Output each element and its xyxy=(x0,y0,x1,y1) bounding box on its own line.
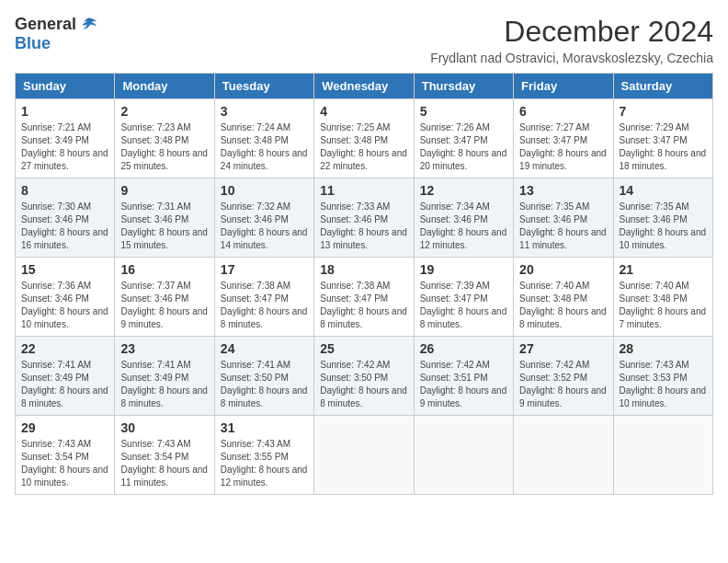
day-number: 9 xyxy=(120,183,208,198)
day-info: Sunrise: 7:38 AMSunset: 3:47 PMDaylight:… xyxy=(221,280,308,331)
calendar-cell: 11Sunrise: 7:33 AMSunset: 3:46 PMDayligh… xyxy=(314,178,414,258)
day-number: 22 xyxy=(21,341,108,356)
day-info: Sunrise: 7:35 AMSunset: 3:46 PMDaylight:… xyxy=(620,201,707,252)
day-number: 10 xyxy=(221,183,308,198)
calendar-week-row: 22Sunrise: 7:41 AMSunset: 3:49 PMDayligh… xyxy=(16,337,713,416)
calendar-cell: 23Sunrise: 7:41 AMSunset: 3:49 PMDayligh… xyxy=(115,337,214,416)
day-header-saturday: Saturday xyxy=(613,74,712,99)
calendar-week-row: 29Sunrise: 7:43 AMSunset: 3:54 PMDayligh… xyxy=(16,416,713,495)
day-info: Sunrise: 7:32 AMSunset: 3:46 PMDaylight:… xyxy=(221,201,308,252)
day-number: 23 xyxy=(120,341,208,356)
day-info: Sunrise: 7:25 AMSunset: 3:48 PMDaylight:… xyxy=(320,121,407,173)
day-info: Sunrise: 7:43 AMSunset: 3:55 PMDaylight:… xyxy=(221,438,308,489)
logo-bird-icon xyxy=(80,16,98,34)
day-number: 3 xyxy=(221,104,308,119)
calendar-cell: 14Sunrise: 7:35 AMSunset: 3:46 PMDayligh… xyxy=(613,178,712,258)
calendar-cell: 27Sunrise: 7:42 AMSunset: 3:52 PMDayligh… xyxy=(514,337,613,416)
day-number: 19 xyxy=(420,262,507,277)
day-number: 28 xyxy=(620,341,707,356)
calendar-cell: 12Sunrise: 7:34 AMSunset: 3:46 PMDayligh… xyxy=(414,178,513,258)
day-header-sunday: Sunday xyxy=(16,74,115,99)
calendar-cell: 26Sunrise: 7:42 AMSunset: 3:51 PMDayligh… xyxy=(414,337,513,416)
calendar-cell: 21Sunrise: 7:40 AMSunset: 3:48 PMDayligh… xyxy=(613,258,712,337)
day-number: 26 xyxy=(420,341,507,356)
day-info: Sunrise: 7:31 AMSunset: 3:46 PMDaylight:… xyxy=(120,201,208,252)
calendar-cell: 3Sunrise: 7:24 AMSunset: 3:48 PMDaylight… xyxy=(214,99,313,178)
day-number: 11 xyxy=(320,183,407,198)
logo: General Blue xyxy=(15,15,98,53)
day-header-tuesday: Tuesday xyxy=(214,74,313,99)
day-info: Sunrise: 7:41 AMSunset: 3:50 PMDaylight:… xyxy=(221,359,308,410)
day-number: 29 xyxy=(21,420,108,435)
day-info: Sunrise: 7:34 AMSunset: 3:46 PMDaylight:… xyxy=(420,201,507,252)
day-number: 7 xyxy=(620,104,707,119)
calendar-cell: 8Sunrise: 7:30 AMSunset: 3:46 PMDaylight… xyxy=(16,178,115,258)
calendar-cell: 20Sunrise: 7:40 AMSunset: 3:48 PMDayligh… xyxy=(514,258,613,337)
day-info: Sunrise: 7:43 AMSunset: 3:54 PMDaylight:… xyxy=(21,438,108,489)
day-number: 27 xyxy=(519,341,607,356)
calendar-cell: 19Sunrise: 7:39 AMSunset: 3:47 PMDayligh… xyxy=(414,258,513,337)
day-number: 12 xyxy=(420,183,507,198)
page-header: General Blue December 2024 Frydlant nad … xyxy=(15,15,713,65)
calendar-cell: 17Sunrise: 7:38 AMSunset: 3:47 PMDayligh… xyxy=(214,258,313,337)
day-number: 24 xyxy=(221,341,308,356)
calendar-cell xyxy=(514,416,613,495)
day-info: Sunrise: 7:27 AMSunset: 3:47 PMDaylight:… xyxy=(519,121,607,173)
calendar-cell: 30Sunrise: 7:43 AMSunset: 3:54 PMDayligh… xyxy=(115,416,214,495)
day-info: Sunrise: 7:37 AMSunset: 3:46 PMDaylight:… xyxy=(120,280,208,331)
day-info: Sunrise: 7:24 AMSunset: 3:48 PMDaylight:… xyxy=(221,121,308,173)
day-number: 21 xyxy=(620,262,707,277)
day-info: Sunrise: 7:41 AMSunset: 3:49 PMDaylight:… xyxy=(21,359,108,410)
day-info: Sunrise: 7:30 AMSunset: 3:46 PMDaylight:… xyxy=(21,201,108,252)
day-info: Sunrise: 7:36 AMSunset: 3:46 PMDaylight:… xyxy=(21,280,108,331)
day-info: Sunrise: 7:39 AMSunset: 3:47 PMDaylight:… xyxy=(420,280,507,331)
calendar-cell: 2Sunrise: 7:23 AMSunset: 3:48 PMDaylight… xyxy=(115,99,214,178)
calendar-cell xyxy=(414,416,513,495)
calendar-cell: 13Sunrise: 7:35 AMSunset: 3:46 PMDayligh… xyxy=(514,178,613,258)
day-info: Sunrise: 7:29 AMSunset: 3:47 PMDaylight:… xyxy=(620,121,707,173)
calendar-cell: 31Sunrise: 7:43 AMSunset: 3:55 PMDayligh… xyxy=(214,416,313,495)
calendar-cell: 5Sunrise: 7:26 AMSunset: 3:47 PMDaylight… xyxy=(414,99,513,178)
day-info: Sunrise: 7:42 AMSunset: 3:51 PMDaylight:… xyxy=(420,359,507,410)
day-header-thursday: Thursday xyxy=(414,74,513,99)
calendar-cell: 22Sunrise: 7:41 AMSunset: 3:49 PMDayligh… xyxy=(16,337,115,416)
day-header-wednesday: Wednesday xyxy=(314,74,414,99)
day-number: 25 xyxy=(320,341,407,356)
calendar-table: SundayMondayTuesdayWednesdayThursdayFrid… xyxy=(15,73,713,495)
day-info: Sunrise: 7:43 AMSunset: 3:54 PMDaylight:… xyxy=(120,438,208,489)
day-header-monday: Monday xyxy=(115,74,214,99)
day-info: Sunrise: 7:38 AMSunset: 3:47 PMDaylight:… xyxy=(320,280,407,331)
day-number: 16 xyxy=(120,262,208,277)
day-number: 13 xyxy=(519,183,607,198)
day-info: Sunrise: 7:42 AMSunset: 3:50 PMDaylight:… xyxy=(320,359,407,410)
day-info: Sunrise: 7:23 AMSunset: 3:48 PMDaylight:… xyxy=(120,121,208,173)
day-info: Sunrise: 7:43 AMSunset: 3:53 PMDaylight:… xyxy=(620,359,707,410)
day-number: 5 xyxy=(420,104,507,119)
day-number: 31 xyxy=(221,420,308,435)
calendar-cell: 25Sunrise: 7:42 AMSunset: 3:50 PMDayligh… xyxy=(314,337,414,416)
calendar-cell xyxy=(613,416,712,495)
day-number: 1 xyxy=(21,104,108,119)
day-number: 15 xyxy=(21,262,108,277)
day-number: 18 xyxy=(320,262,407,277)
day-info: Sunrise: 7:40 AMSunset: 3:48 PMDaylight:… xyxy=(519,280,607,331)
calendar-cell: 15Sunrise: 7:36 AMSunset: 3:46 PMDayligh… xyxy=(16,258,115,337)
day-info: Sunrise: 7:33 AMSunset: 3:46 PMDaylight:… xyxy=(320,201,407,252)
day-header-friday: Friday xyxy=(514,74,613,99)
calendar-cell: 10Sunrise: 7:32 AMSunset: 3:46 PMDayligh… xyxy=(214,178,313,258)
logo-general-text: General xyxy=(15,15,76,34)
day-number: 2 xyxy=(120,104,208,119)
day-info: Sunrise: 7:21 AMSunset: 3:49 PMDaylight:… xyxy=(21,121,108,173)
location-subtitle: Frydlant nad Ostravici, Moravskoslezsky,… xyxy=(430,51,713,65)
calendar-week-row: 8Sunrise: 7:30 AMSunset: 3:46 PMDaylight… xyxy=(16,178,713,258)
day-info: Sunrise: 7:40 AMSunset: 3:48 PMDaylight:… xyxy=(620,280,707,331)
calendar-cell: 1Sunrise: 7:21 AMSunset: 3:49 PMDaylight… xyxy=(16,99,115,178)
day-info: Sunrise: 7:42 AMSunset: 3:52 PMDaylight:… xyxy=(519,359,607,410)
day-number: 8 xyxy=(21,183,108,198)
month-title: December 2024 xyxy=(430,15,713,49)
calendar-cell xyxy=(314,416,414,495)
calendar-cell: 18Sunrise: 7:38 AMSunset: 3:47 PMDayligh… xyxy=(314,258,414,337)
calendar-week-row: 15Sunrise: 7:36 AMSunset: 3:46 PMDayligh… xyxy=(16,258,713,337)
day-number: 17 xyxy=(221,262,308,277)
calendar-cell: 16Sunrise: 7:37 AMSunset: 3:46 PMDayligh… xyxy=(115,258,214,337)
